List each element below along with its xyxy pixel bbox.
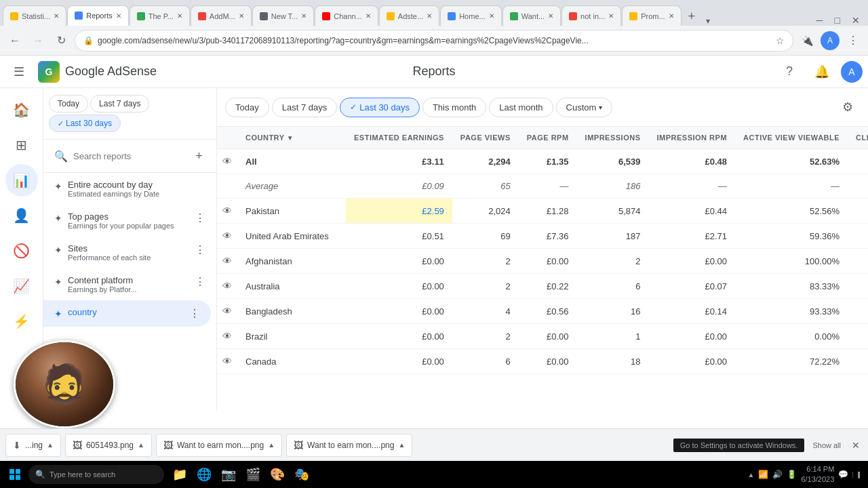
- tab[interactable]: not in... ✕: [561, 5, 621, 26]
- tray-show-desktop-icon[interactable]: ▐: [852, 472, 860, 478]
- bookmark-icon[interactable]: ☆: [776, 35, 785, 46]
- tray-notification-icon[interactable]: 💬: [838, 470, 848, 479]
- browser-menu-icon[interactable]: ⋮: [844, 31, 863, 50]
- filter-last7-content-button[interactable]: Last 7 days: [272, 98, 338, 117]
- sidebar-item-more-button[interactable]: ⋮: [195, 211, 205, 224]
- nav-block-icon[interactable]: 🚫: [5, 235, 38, 267]
- tab-close-icon[interactable]: ✕: [669, 12, 674, 20]
- tab-reports[interactable]: Reports ✕: [67, 5, 129, 26]
- filter-lastmonth-content-button[interactable]: Last month: [489, 98, 553, 117]
- activate-windows-notification[interactable]: Go to Settings to activate Windows.: [673, 439, 805, 452]
- table-cell-eye[interactable]: 👁: [217, 249, 237, 274]
- show-all-button[interactable]: Show all: [808, 441, 845, 449]
- tray-network-icon[interactable]: 📶: [758, 470, 768, 479]
- nav-chart-icon[interactable]: 📈: [5, 270, 38, 302]
- tab[interactable]: Statisti... ✕: [3, 5, 66, 26]
- refresh-button[interactable]: ↻: [52, 31, 71, 50]
- tab-close-icon[interactable]: ✕: [489, 12, 494, 20]
- start-button[interactable]: [3, 462, 27, 487]
- tab-close-reports-icon[interactable]: ✕: [116, 12, 121, 20]
- back-button[interactable]: ←: [5, 31, 24, 50]
- tab-close-icon[interactable]: ✕: [548, 12, 553, 20]
- download-bar-close-button[interactable]: ✕: [849, 440, 863, 451]
- address-input[interactable]: 🔒 google.com/adsense/new/u/3/pub-3401172…: [75, 30, 793, 52]
- tray-clock[interactable]: 6:14 PM 6/13/2023: [801, 464, 834, 485]
- notifications-button[interactable]: 🔔: [808, 58, 835, 85]
- tab[interactable]: AddM... ✕: [191, 5, 252, 26]
- settings-icon-button[interactable]: ⚙: [835, 95, 860, 119]
- maximize-button[interactable]: □: [829, 15, 846, 26]
- nav-optimization-icon[interactable]: ⚡: [5, 305, 38, 338]
- sidebar-item-country[interactable]: ✦ country ⋮: [43, 300, 211, 327]
- table-cell-eye[interactable]: 👁: [217, 149, 237, 174]
- sidebar-item-entire-account[interactable]: ✦ Entire account by day Estimated earnin…: [43, 173, 216, 205]
- taskbar-app-misc5[interactable]: 🖥: [315, 463, 338, 486]
- taskbar-app-misc1[interactable]: 📷: [217, 463, 240, 486]
- download-item-3[interactable]: 🖼 Want to earn mon....png ▲: [156, 434, 282, 457]
- table-cell-eye[interactable]: 👁: [217, 274, 237, 299]
- search-reports-input[interactable]: [73, 151, 187, 161]
- taskbar-search[interactable]: 🔍 Type here to search: [28, 465, 164, 484]
- add-report-button[interactable]: +: [193, 146, 205, 165]
- filter-thismonth-content-button[interactable]: This month: [422, 98, 486, 117]
- filter-today-button[interactable]: Today: [49, 95, 88, 113]
- table-cell-eye[interactable]: 👁: [217, 324, 237, 349]
- sidebar-item-top-pages[interactable]: ✦ Top pages Earnings for your popular pa…: [43, 205, 216, 237]
- download-item-1[interactable]: ⬇ ...ing ▲: [5, 434, 61, 457]
- tab-close-icon[interactable]: ✕: [177, 12, 182, 20]
- tray-volume-icon[interactable]: 🔊: [772, 470, 783, 479]
- sidebar-item-more-button[interactable]: ⋮: [189, 307, 200, 320]
- tab-close-icon[interactable]: ✕: [427, 12, 432, 20]
- col-header-pageviews[interactable]: Page views: [452, 127, 519, 149]
- taskbar-app-explorer[interactable]: 📁: [168, 463, 191, 486]
- hamburger-button[interactable]: ☰: [5, 58, 33, 85]
- taskbar-app-misc6[interactable]: ⚙: [339, 463, 362, 486]
- col-header-impressionrpm[interactable]: Impression RPM: [649, 127, 736, 149]
- table-cell-eye[interactable]: 👁: [217, 349, 237, 374]
- tab[interactable]: Want... ✕: [502, 5, 561, 26]
- tray-up-icon[interactable]: ▲: [747, 471, 754, 479]
- tab-close-icon[interactable]: ✕: [608, 12, 614, 20]
- tab[interactable]: New T... ✕: [252, 5, 315, 26]
- filter-last30-content-button[interactable]: ✓ Last 30 days: [340, 98, 420, 117]
- tray-battery-icon[interactable]: 🔋: [787, 470, 797, 479]
- taskbar-app-misc4[interactable]: 🎭: [290, 463, 313, 486]
- user-avatar[interactable]: A: [841, 61, 863, 83]
- sidebar-item-more-button[interactable]: ⋮: [195, 243, 205, 256]
- col-header-country[interactable]: COUNTRY ▼: [237, 127, 346, 149]
- tab-close-icon[interactable]: ✕: [239, 12, 244, 20]
- tab[interactable]: Home... ✕: [440, 5, 502, 26]
- tab[interactable]: Chann... ✕: [315, 5, 378, 26]
- tab-close-icon[interactable]: ✕: [301, 12, 307, 20]
- taskbar-app-misc3[interactable]: 🎨: [266, 463, 289, 486]
- filter-today-content-button[interactable]: Today: [225, 98, 269, 117]
- minimize-button[interactable]: ─: [811, 15, 829, 26]
- close-button[interactable]: ✕: [846, 15, 865, 26]
- tab[interactable]: The P... ✕: [130, 5, 190, 26]
- nav-dashboard-icon[interactable]: ⊞: [5, 129, 38, 161]
- download-item-4[interactable]: 🖼 Want to earn mon....png ▲: [286, 434, 412, 457]
- filter-custom-content-button[interactable]: Custom ▾: [556, 98, 613, 117]
- nav-home-icon[interactable]: 🏠: [5, 94, 38, 126]
- profile-icon[interactable]: A: [821, 31, 840, 50]
- col-header-clicks[interactable]: Clicks: [848, 127, 868, 149]
- col-header-impressions[interactable]: Impressions: [577, 127, 649, 149]
- nav-person-icon[interactable]: 👤: [5, 199, 38, 232]
- table-cell-eye[interactable]: 👁: [217, 199, 237, 224]
- table-cell-eye[interactable]: 👁: [217, 299, 237, 324]
- filter-last7-button[interactable]: Last 7 days: [90, 95, 149, 113]
- col-header-pagerpm[interactable]: Page RPM: [519, 127, 577, 149]
- tab[interactable]: Adste... ✕: [379, 5, 439, 26]
- sidebar-item-sites[interactable]: ✦ Sites Performance of each site ⋮: [43, 237, 216, 268]
- col-header-earnings[interactable]: Estimated earnings: [346, 127, 452, 149]
- taskbar-app-misc2[interactable]: 🎬: [241, 463, 264, 486]
- sidebar-item-more-button[interactable]: ⋮: [195, 275, 205, 288]
- table-cell-eye[interactable]: 👁: [217, 224, 237, 249]
- taskbar-app-chrome[interactable]: 🌐: [193, 463, 216, 486]
- new-tab-button[interactable]: +: [682, 7, 701, 26]
- tab-overflow-button[interactable]: ▾: [703, 16, 713, 26]
- forward-button[interactable]: →: [28, 31, 47, 50]
- filter-last30-button[interactable]: ✓ Last 30 days: [49, 115, 121, 132]
- help-button[interactable]: ?: [776, 58, 803, 85]
- nav-reports-icon[interactable]: 📊: [5, 164, 38, 197]
